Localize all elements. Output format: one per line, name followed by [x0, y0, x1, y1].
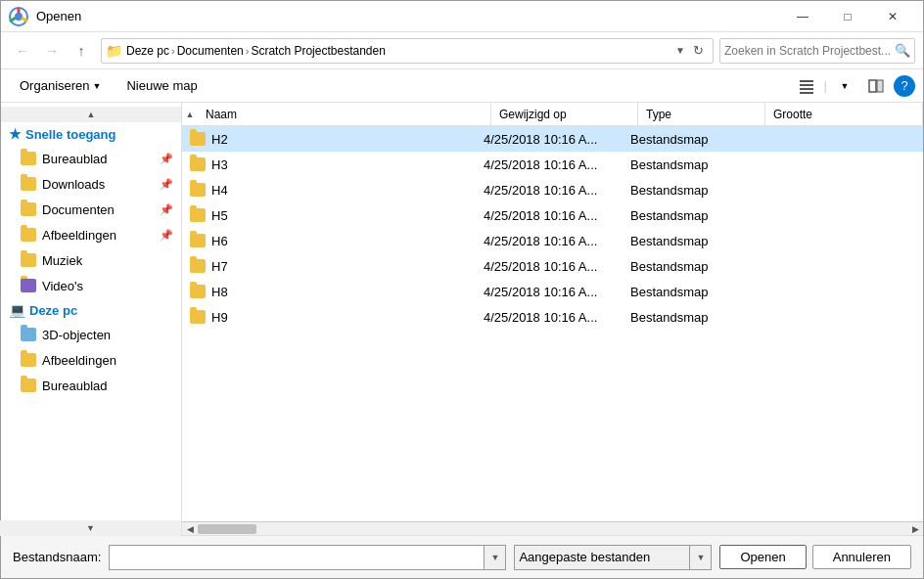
search-icon: 🔍	[895, 43, 910, 58]
column-header-type[interactable]: Type	[638, 103, 765, 126]
svg-rect-6	[800, 84, 813, 86]
sidebar-item-downloads[interactable]: Downloads 📌	[1, 171, 181, 197]
forward-button[interactable]: →	[38, 37, 66, 65]
file-list-header: ▲ Naam Gewijzigd op Type Grootte	[182, 103, 923, 126]
hscroll-left-button[interactable]: ◀	[182, 522, 198, 536]
folder-icon	[21, 202, 36, 216]
pin-icon: 📌	[160, 229, 173, 242]
filetype-dropdown-button[interactable]: ▼	[690, 545, 712, 570]
hscroll-track	[198, 522, 907, 536]
cancel-button[interactable]: Annuleren	[812, 545, 911, 569]
file-date-cell: 4/25/2018 10:16 A...	[476, 259, 623, 274]
sidebar-item-3d-objecten[interactable]: 3D-objecten	[1, 322, 181, 347]
folder-icon	[190, 208, 206, 222]
folder-icon	[190, 310, 206, 324]
bottom-bar: Bestandsnaam: ▼ Aangepaste bestanden ▼ O…	[1, 535, 923, 578]
table-row[interactable]: H7 4/25/2018 10:16 A... Bestandsmap	[182, 253, 923, 279]
file-date-cell: 4/25/2018 10:16 A...	[476, 285, 623, 299]
column-header-naam[interactable]: Naam	[198, 103, 491, 126]
pin-icon: 📌	[160, 203, 173, 216]
breadcrumb-scratch[interactable]: Scratch Projectbestanden	[251, 44, 385, 58]
file-name: H7	[211, 259, 228, 274]
file-name-cell: H3	[182, 157, 476, 172]
sidebar-item-afbeeldingen-pc[interactable]: Afbeeldingen	[1, 347, 181, 373]
file-date-cell: 4/25/2018 10:16 A...	[476, 132, 623, 147]
sidebar-item-bureaublad[interactable]: Bureaublad 📌	[1, 146, 181, 171]
horizontal-scrollbar: ◀ ▶	[182, 521, 923, 535]
table-row[interactable]: H2 4/25/2018 10:16 A... Bestandsmap	[182, 126, 923, 152]
view-dropdown-icon: ▼	[841, 81, 850, 91]
filetype-select[interactable]: Aangepaste bestanden	[514, 545, 690, 570]
table-row[interactable]: H9 4/25/2018 10:16 A... Bestandsmap	[182, 304, 923, 330]
folder-icon	[190, 132, 206, 146]
search-input[interactable]	[724, 44, 895, 58]
file-name: H3	[211, 157, 228, 172]
sidebar-scroll-up[interactable]: ▲	[1, 107, 181, 122]
table-row[interactable]: H6 4/25/2018 10:16 A... Bestandsmap	[182, 228, 923, 253]
folder-icon	[190, 183, 206, 197]
address-bar: 📁 Deze pc › Documenten › Scratch Project…	[101, 38, 714, 64]
preview-icon	[868, 78, 884, 94]
pin-icon: 📌	[160, 153, 173, 165]
sidebar: ▲ ★ Snelle toegang Bureaublad 📌 Download…	[1, 103, 182, 535]
file-date-cell: 4/25/2018 10:16 A...	[476, 234, 623, 248]
sidebar-item-muziek[interactable]: Muziek	[1, 247, 181, 273]
breadcrumb-documenten[interactable]: Documenten	[177, 44, 244, 58]
sidebar-item-afbeeldingen[interactable]: Afbeeldingen 📌	[1, 222, 181, 247]
up-button[interactable]: ↑	[68, 37, 95, 65]
refresh-button[interactable]: ↻	[687, 40, 709, 62]
file-type-cell: Bestandsmap	[623, 157, 750, 172]
file-type-cell: Bestandsmap	[623, 310, 750, 325]
help-button[interactable]: ?	[894, 75, 915, 97]
new-folder-button[interactable]: Nieuwe map	[116, 74, 208, 97]
open-button[interactable]: Openen	[719, 545, 806, 569]
folder-icon	[21, 328, 36, 341]
deze-pc-header[interactable]: 💻 Deze pc	[1, 298, 181, 322]
sort-up-button[interactable]: ▲	[182, 103, 198, 126]
breadcrumb-deze-pc[interactable]: Deze pc	[126, 44, 169, 58]
table-row[interactable]: H8 4/25/2018 10:16 A... Bestandsmap	[182, 279, 923, 304]
view-separator: |	[824, 78, 827, 93]
column-header-grootte[interactable]: Grootte	[765, 103, 923, 126]
column-header-gewijzigd[interactable]: Gewijzigd op	[491, 103, 638, 126]
view-dropdown-button[interactable]: ▼	[831, 73, 858, 99]
hscroll-right-button[interactable]: ▶	[907, 522, 923, 536]
svg-point-1	[15, 13, 23, 21]
file-name: H5	[211, 208, 228, 223]
filename-label: Bestandsnaam:	[13, 550, 101, 564]
file-name-cell: H9	[182, 310, 476, 325]
filename-input[interactable]	[109, 545, 485, 570]
table-row[interactable]: H3 4/25/2018 10:16 A... Bestandsmap	[182, 152, 923, 177]
sidebar-scroll-down[interactable]: ▼	[1, 520, 181, 535]
sidebar-item-documenten[interactable]: Documenten 📌	[1, 197, 181, 222]
sidebar-item-videos[interactable]: Video's	[1, 273, 181, 298]
organize-button[interactable]: Organiseren ▼	[9, 74, 112, 97]
actions-toolbar: Organiseren ▼ Nieuwe map | ▼	[1, 69, 923, 103]
action-buttons: Openen Annuleren	[719, 545, 911, 569]
back-button[interactable]: ←	[9, 37, 36, 65]
folder-icon	[21, 353, 36, 367]
folder-icon	[190, 259, 206, 273]
svg-rect-5	[800, 80, 813, 82]
maximize-button[interactable]: □	[825, 1, 870, 32]
file-type-cell: Bestandsmap	[623, 259, 750, 274]
folder-icon	[21, 253, 36, 267]
preview-pane-button[interactable]	[862, 73, 890, 99]
hscroll-thumb[interactable]	[198, 524, 256, 534]
file-type-cell: Bestandsmap	[623, 285, 750, 299]
window-controls: — □ ✕	[780, 1, 915, 32]
window-title: Openen	[36, 9, 780, 23]
table-row[interactable]: H4 4/25/2018 10:16 A... Bestandsmap	[182, 177, 923, 202]
view-details-button[interactable]	[793, 73, 820, 99]
file-name: H2	[211, 132, 228, 147]
sidebar-item-bureaublad-pc[interactable]: Bureaublad	[1, 373, 181, 398]
search-bar: 🔍	[719, 38, 915, 64]
filetype-select-wrap: Aangepaste bestanden ▼	[514, 545, 712, 570]
filename-dropdown-button[interactable]: ▼	[485, 545, 506, 570]
quick-access-header[interactable]: ★ Snelle toegang	[1, 122, 181, 146]
table-row[interactable]: H5 4/25/2018 10:16 A... Bestandsmap	[182, 202, 923, 228]
close-button[interactable]: ✕	[870, 1, 915, 32]
breadcrumb-dropdown-button[interactable]: ▼	[673, 43, 687, 58]
folder-icon	[21, 152, 36, 165]
minimize-button[interactable]: —	[780, 1, 825, 32]
